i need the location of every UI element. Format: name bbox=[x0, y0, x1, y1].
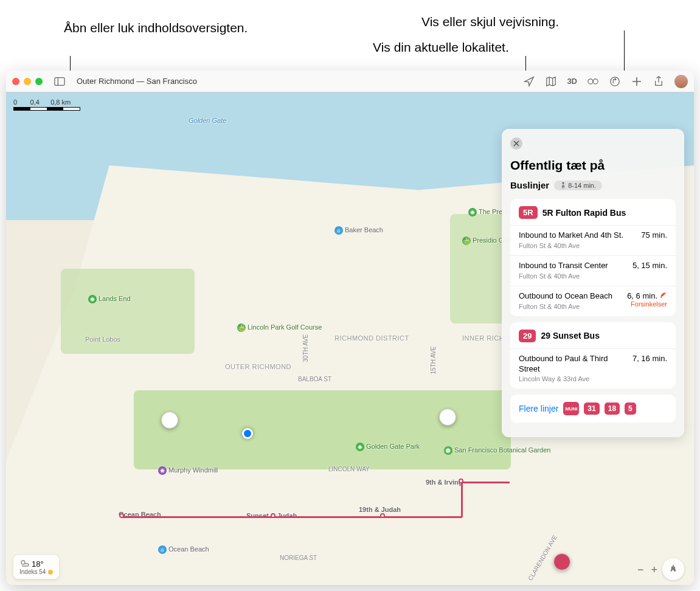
departure-row[interactable]: Outbound to Paul & Third StreetLincoln W… bbox=[510, 348, 676, 389]
account-avatar[interactable] bbox=[674, 75, 688, 88]
more-lines-link[interactable]: Flere linjer bbox=[519, 404, 558, 413]
toolbar: Outer Richmond — San Francisco 3D bbox=[6, 71, 694, 92]
map-label: Point Lobos bbox=[85, 336, 120, 343]
muni-icon: MUNI bbox=[563, 402, 579, 415]
callout-line bbox=[525, 56, 526, 72]
map-label-street: 15TH AVE bbox=[430, 347, 437, 375]
directions-button[interactable] bbox=[606, 74, 623, 89]
map-label-poi[interactable]: ♣Golden Gate Park bbox=[356, 443, 420, 451]
map-label-poi[interactable]: ⌂Baker Beach bbox=[334, 226, 383, 235]
compass-button[interactable]: N bbox=[662, 558, 684, 580]
departure-row[interactable]: Outbound to Ocean BeachFulton St & 40th … bbox=[510, 286, 676, 316]
departure-row[interactable]: Inbound to Market And 4th St.Fulton St &… bbox=[510, 225, 676, 255]
zoom-controls: − + bbox=[637, 564, 657, 576]
transit-panel: Offentlig tæt på Buslinjer 8-14 min. 5R … bbox=[502, 129, 684, 437]
callout-location: Vis din aktuelle lokalitet. bbox=[373, 39, 509, 55]
map-label-water: Golden Gate bbox=[189, 117, 226, 124]
close-window-button[interactable] bbox=[12, 78, 19, 85]
line-badge[interactable]: 5 bbox=[625, 403, 636, 415]
fullscreen-window-button[interactable] bbox=[35, 78, 43, 85]
map-pin-transit[interactable] bbox=[553, 553, 570, 570]
3d-toggle-button[interactable]: 3D bbox=[564, 77, 580, 86]
map-label-poi[interactable]: ⛳Lincoln Park Golf Course bbox=[237, 323, 292, 332]
map-mode-button[interactable] bbox=[542, 74, 560, 89]
user-location-dot bbox=[242, 428, 253, 439]
map-canvas[interactable]: 0 0,4 0,8 km Golden Gate ⌂Baker Beach ♣T… bbox=[6, 92, 694, 585]
map-label-poi[interactable]: ⌂Ocean Beach bbox=[158, 545, 209, 554]
map-label-district: OUTER RICHMOND bbox=[225, 363, 291, 370]
svg-point-2 bbox=[588, 78, 593, 83]
current-location-button[interactable] bbox=[521, 74, 538, 89]
map-label-street: 30TH AVE bbox=[302, 334, 309, 362]
line-badge: 5R bbox=[519, 206, 538, 219]
svg-rect-0 bbox=[55, 77, 64, 85]
walk-time-badge: 8-14 min. bbox=[554, 181, 602, 190]
map-pin[interactable] bbox=[161, 412, 178, 429]
transit-line-card: 29 29 Sunset Bus Outbound to Paul & Thir… bbox=[510, 322, 676, 389]
map-pin[interactable] bbox=[439, 409, 456, 426]
share-button[interactable] bbox=[650, 74, 667, 89]
map-label-transit-stop[interactable]: 19th & Judah bbox=[359, 506, 401, 513]
departure-row[interactable]: Inbound to Transit CenterFulton St & 40t… bbox=[510, 255, 676, 286]
line-badge: 29 bbox=[519, 330, 536, 342]
transit-line-card: 5R 5R Fulton Rapid Bus Inbound to Market… bbox=[510, 199, 676, 316]
callout-sidebar: Åbn eller luk indholdsoversigten. bbox=[64, 19, 248, 36]
sidebar-toggle-button[interactable] bbox=[51, 74, 68, 89]
line-name: 29 Sunset Bus bbox=[541, 331, 599, 340]
svg-point-11 bbox=[21, 561, 25, 564]
add-button[interactable] bbox=[628, 74, 645, 89]
svg-point-10 bbox=[563, 182, 564, 184]
minimize-window-button[interactable] bbox=[24, 78, 31, 85]
window-title: Outer Richmond — San Francisco bbox=[77, 77, 197, 86]
close-panel-button[interactable] bbox=[510, 137, 522, 150]
zoom-out-button[interactable]: − bbox=[637, 564, 644, 576]
callout-line bbox=[70, 56, 71, 72]
map-label-street: LINCOLN WAY bbox=[328, 466, 370, 472]
panel-title: Offentlig tæt på bbox=[510, 158, 676, 173]
map-label-poi[interactable]: ♣Lands End bbox=[88, 295, 131, 303]
map-label-street: NORIEGA ST bbox=[280, 555, 317, 561]
line-badge[interactable]: 31 bbox=[584, 403, 599, 415]
weather-widget[interactable]: 18° Indeks 54 bbox=[13, 555, 59, 579]
callout-directions: Vis eller skjul vejvisning. bbox=[421, 13, 559, 30]
more-lines-card: Flere linjer MUNI 31 18 5 bbox=[510, 395, 676, 423]
map-label-poi[interactable]: ★Murphy Windmill bbox=[158, 466, 218, 475]
panel-subtitle: Buslinjer bbox=[510, 180, 549, 190]
window-controls bbox=[12, 78, 43, 85]
look-around-button[interactable] bbox=[584, 74, 601, 89]
map-label-transit-stop[interactable]: 9th & Irving bbox=[426, 479, 463, 486]
map-label-poi[interactable]: ✿San Francisco Botanical Garden bbox=[444, 446, 505, 455]
map-scale: 0 0,4 0,8 km bbox=[13, 98, 80, 111]
weather-icon bbox=[19, 559, 29, 569]
callout-line bbox=[624, 30, 625, 72]
svg-point-3 bbox=[593, 78, 598, 83]
map-label-district: RICHMOND DISTRICT bbox=[334, 334, 395, 342]
delay-icon bbox=[660, 292, 667, 299]
aqi-dot-icon bbox=[48, 570, 53, 575]
zoom-in-button[interactable]: + bbox=[651, 564, 657, 576]
map-label-street: BALBOA ST bbox=[298, 376, 331, 382]
line-name: 5R Fulton Rapid Bus bbox=[542, 208, 626, 218]
app-window: Outer Richmond — San Francisco 3D bbox=[6, 71, 694, 585]
line-badge[interactable]: 18 bbox=[605, 403, 620, 415]
